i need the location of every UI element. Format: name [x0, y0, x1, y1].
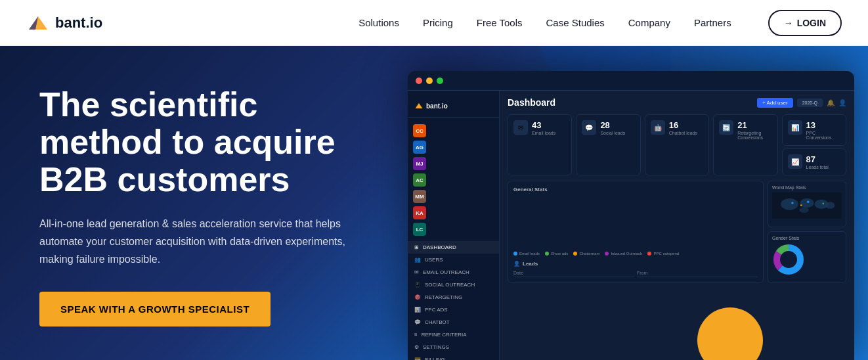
- ppc-stat-num: 13: [806, 120, 840, 130]
- leads-title: 👤 Leads: [513, 261, 758, 267]
- sidebar-item-retargeting[interactable]: 🎯 RETARGETING: [408, 291, 499, 304]
- retargeting-icon: 🎯: [414, 294, 421, 300]
- logo-text: bant.io: [55, 14, 102, 32]
- legend-item-inbound: Inbound Outreach: [605, 252, 642, 256]
- nav-solutions[interactable]: Solutions: [358, 17, 399, 28]
- stat-card-email: ✉ 43 Email leads: [508, 114, 572, 175]
- sidebar-label-users: USERS: [425, 257, 443, 263]
- legend-dot: [573, 252, 577, 256]
- leads-col-date: Date: [513, 269, 634, 277]
- chatbot-icon: 💬: [414, 319, 421, 325]
- ppc-stat-icon: 📊: [788, 120, 802, 135]
- login-label: LOGIN: [797, 18, 826, 28]
- window-min-dot: [426, 78, 433, 84]
- hero-title: The scientific method to acquire B2B cus…: [39, 86, 368, 199]
- legend-label: Show ads: [551, 252, 568, 256]
- sidebar-item-social[interactable]: 📱 SOCIAL OUTREACH: [408, 279, 499, 291]
- sidebar-label-retargeting: RETARGETING: [425, 294, 462, 300]
- email-stat-icon: ✉: [513, 120, 528, 135]
- leads-col-from: From: [637, 269, 758, 277]
- legend-dot: [545, 252, 549, 256]
- notification-icon[interactable]: 🔔: [827, 99, 835, 106]
- svg-point-4: [781, 198, 798, 210]
- sidebar-label-settings: SETTINGS: [423, 344, 449, 350]
- gender-donut-chart: [772, 243, 805, 276]
- chart-title: General Stats: [513, 187, 758, 192]
- sidebar-item-users[interactable]: 👥 USERS: [408, 254, 499, 266]
- sidebar-item-dashboard[interactable]: ⊞ DASHBOARD: [408, 241, 499, 254]
- bar-chart: [513, 196, 758, 249]
- refine-icon: ≡: [414, 332, 418, 338]
- nav-case-studies[interactable]: Case Studies: [546, 17, 605, 28]
- retargeting-stat-num: 21: [737, 120, 771, 130]
- main-dashboard: Dashboard + Add user 2020-Q 🔔 👤 ✉: [500, 91, 854, 360]
- dash-header: Dashboard + Add user 2020-Q 🔔 👤: [508, 97, 846, 108]
- legend-item-chat: Chatstream: [573, 252, 599, 256]
- settings-icon: ⚙: [414, 344, 419, 350]
- legend-item-ppc: PPC outspend: [647, 252, 679, 256]
- add-user-button[interactable]: + Add user: [757, 98, 792, 108]
- hero-section: The scientific method to acquire B2B cus…: [0, 46, 868, 360]
- avatar-mj: MJ: [413, 157, 426, 170]
- email-stat-num: 43: [532, 120, 555, 130]
- avatar-ac: AC: [413, 173, 426, 187]
- sidebar-item-settings[interactable]: ⚙ SETTINGS: [408, 341, 499, 353]
- avatar-lc: LC: [413, 223, 426, 236]
- sidebar-item-chatbot[interactable]: 💬 CHATBOT: [408, 316, 499, 328]
- users-icon: 👥: [414, 257, 421, 263]
- legend-label: Email leads: [519, 252, 540, 256]
- sidebar-label-ppc: PPC ADS: [425, 307, 448, 313]
- stat-card-chatbot: 🤖 16 Chatbot leads: [645, 114, 709, 175]
- sidebar-item-refine[interactable]: ≡ REFINE CRITERIA: [408, 328, 499, 341]
- ppc-icon: 📊: [414, 307, 421, 313]
- side-charts: World Map Stats: [768, 181, 846, 283]
- login-button[interactable]: → LOGIN: [768, 10, 842, 36]
- stat-card-total: 📈 87 Leads total: [782, 148, 846, 175]
- svg-point-6: [800, 207, 809, 213]
- nav-partners[interactable]: Partners: [694, 17, 731, 28]
- svg-marker-2: [416, 103, 423, 108]
- sidebar-item-billing[interactable]: 💳 BILLING: [408, 353, 499, 360]
- hero-subtitle: All-in-one lead generation & sales accel…: [39, 215, 355, 269]
- nav-pricing[interactable]: Pricing: [423, 17, 453, 28]
- sidebar-item-email[interactable]: ✉ EMAIL OUTREACH: [408, 266, 499, 279]
- legend-label: Inbound Outreach: [611, 252, 642, 256]
- retargeting-stat-label: Retargeting Conversions: [737, 131, 771, 140]
- leads-icon: 👤: [513, 261, 520, 267]
- email-stat-label: Email leads: [532, 131, 555, 135]
- dashboard-icon: ⊞: [414, 244, 419, 250]
- sidebar-label-refine: REFINE CRITERIA: [422, 332, 467, 338]
- legend-dot: [513, 252, 517, 256]
- sidebar-item-ppc[interactable]: 📊 PPC ADS: [408, 304, 499, 316]
- world-map-visual: [772, 192, 842, 219]
- chatbot-stat-num: 16: [669, 120, 697, 130]
- gender-stats-title: Gender Stats: [772, 236, 842, 240]
- stat-cards: ✉ 43 Email leads 💬 28 Social leads: [508, 114, 846, 175]
- logo[interactable]: bant.io: [26, 11, 102, 35]
- dashboard-window: bant.io CC AG MJ AC MM KA LC ⊞ DASH: [408, 71, 854, 360]
- svg-point-9: [791, 202, 794, 204]
- date-badge: 2020-Q: [797, 99, 823, 107]
- stat-card-ppc: 📊 13 PPC Conversions: [782, 114, 846, 146]
- sidebar: bant.io CC AG MJ AC MM KA LC ⊞ DASH: [408, 91, 500, 360]
- total-stat-label: Leads total: [806, 165, 829, 169]
- avatar-mm: MM: [413, 190, 426, 203]
- avatar-ag: AG: [413, 141, 426, 154]
- cta-button[interactable]: SPEAK WITH A GROWTH SPECIALIST: [39, 292, 271, 326]
- window-body: bant.io CC AG MJ AC MM KA LC ⊞ DASH: [408, 91, 854, 360]
- nav-free-tools[interactable]: Free Tools: [477, 17, 523, 28]
- world-map-title: World Map Stats: [772, 185, 842, 190]
- social-stat-num: 28: [600, 120, 625, 130]
- chatbot-stat-icon: 🤖: [651, 120, 665, 135]
- hero-left: The scientific method to acquire B2B cus…: [0, 46, 394, 360]
- email-icon: ✉: [414, 269, 419, 275]
- legend-dot: [647, 252, 651, 256]
- social-stat-label: Social leads: [600, 131, 625, 135]
- user-avatar-icon[interactable]: 👤: [838, 99, 846, 106]
- nav-company[interactable]: Company: [628, 17, 670, 28]
- sidebar-label-dashboard: DASHBOARD: [423, 244, 456, 250]
- legend-item-show: Show ads: [545, 252, 568, 256]
- sidebar-logo: bant.io: [408, 97, 499, 118]
- total-stat-icon: 📈: [788, 154, 802, 169]
- sidebar-label-chatbot: CHATBOT: [425, 319, 450, 325]
